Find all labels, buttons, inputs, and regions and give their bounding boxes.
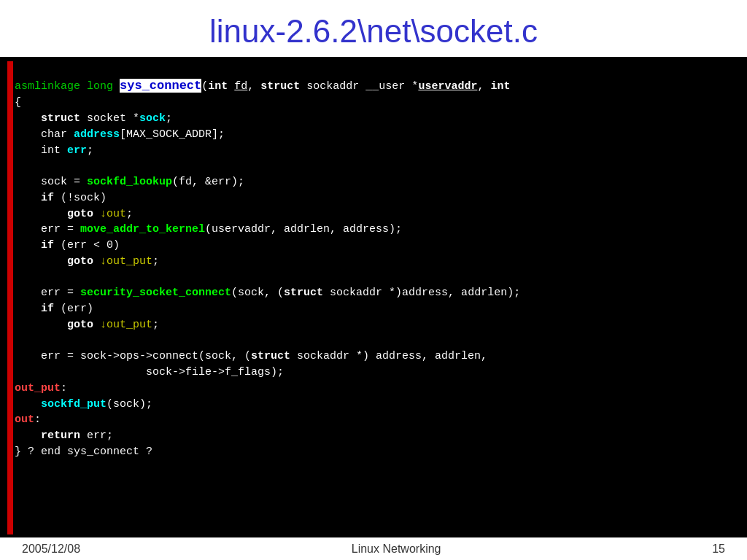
- code-area: asmlinkage long sys_connect(int fd, stru…: [0, 57, 747, 537]
- red-marker: [7, 61, 13, 534]
- footer-page: 15: [712, 542, 725, 556]
- slide: linux-2.6.2\net\socket.c asmlinkage long…: [0, 0, 747, 560]
- footer-date: 2005/12/08: [22, 542, 80, 556]
- title-area: linux-2.6.2\net\socket.c: [0, 0, 747, 57]
- footer-course: Linux Networking: [352, 542, 441, 556]
- footer: 2005/12/08 Linux Networking 15: [0, 537, 747, 560]
- code-block: asmlinkage long sys_connect(int fd, stru…: [7, 61, 740, 475]
- slide-title: linux-2.6.2\net\socket.c: [15, 13, 732, 50]
